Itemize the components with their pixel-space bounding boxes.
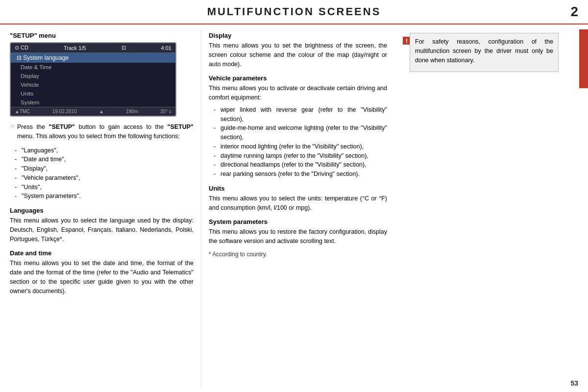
date-time-heading: Date and time: [10, 249, 194, 257]
function-item: "Vehicle parameters",: [15, 173, 194, 183]
display-text: This menu allows you to set the brightne…: [209, 41, 387, 69]
track-label: Track 1/5: [64, 45, 86, 51]
pointer-block: ☞ Press the "SETUP" button to gain acces…: [10, 122, 194, 144]
units-text: This menu allows you to select the units…: [209, 194, 387, 213]
system-params-text: This menu allows you to restore the fact…: [209, 227, 387, 246]
vehicle-param-item: directional headlamps (refer to the "Vis…: [214, 160, 387, 170]
setup-menu-heading: "SETUP" menu: [10, 32, 194, 39]
menu-item-vehicle[interactable]: Vehicle: [11, 80, 175, 89]
date-label: 19.02.2010: [52, 109, 77, 114]
menu-item-date-time[interactable]: Date & Time: [11, 63, 175, 72]
pointer-icon: ☞: [10, 123, 15, 130]
warning-box: For safety reasons, configuration of the…: [410, 33, 559, 72]
header-page-number: 2: [559, 4, 578, 20]
vehicle-param-item: wiper linked with reverse gear (refer to…: [214, 105, 387, 124]
cd-icon: ⊙ CD: [15, 45, 28, 51]
vehicle-param-item: interior mood lighting (refer to the "Vi…: [214, 142, 387, 151]
orange-accent-bar: [579, 29, 588, 88]
vehicle-param-item: guide-me-home and welcome lighting (refe…: [214, 123, 387, 142]
screen-icon2: ⊡: [122, 45, 126, 51]
distance-label: 190m: [126, 109, 138, 114]
function-item: "Date and time",: [15, 155, 194, 164]
right-column: ! For safety reasons, configuration of t…: [394, 29, 578, 387]
function-item: "Languages",: [15, 146, 194, 155]
page-header: MULTIFUNCTION SCREENS 2: [0, 0, 588, 24]
menu-item-system[interactable]: System: [11, 98, 175, 107]
main-content: "SETUP" menu ⊙ CD Track 1/5 ⊡ 4:01 ⊟ Sys…: [0, 24, 588, 387]
languages-heading: Languages: [10, 207, 194, 214]
setup-intro-text: Press the "SETUP" button to gain access …: [17, 122, 194, 141]
warning-text: For safety reasons, configuration of the…: [415, 37, 553, 65]
warning-container: ! For safety reasons, configuration of t…: [410, 33, 559, 72]
display-heading: Display: [209, 32, 387, 39]
vehicle-params-list: wiper linked with reverse gear (refer to…: [214, 105, 387, 179]
system-params-heading: System parameters: [209, 218, 387, 225]
function-item: "System parameters".: [15, 192, 194, 201]
footnote: * According to country.: [209, 250, 387, 259]
header-title: MULTIFUNCTION SCREENS: [29, 5, 559, 18]
vehicle-params-heading: Vehicle parameters: [209, 74, 387, 82]
tmc-label: ▲TMC: [15, 109, 30, 114]
menu-item-units[interactable]: Units: [11, 89, 175, 98]
temp-label: 20° c: [160, 109, 172, 114]
units-heading: Units: [209, 185, 387, 192]
date-time-text: This menu allows you to set the date and…: [10, 259, 194, 295]
screen-top-bar: ⊙ CD Track 1/5 ⊡ 4:01: [11, 43, 175, 53]
functions-list: "Languages", "Date and time", "Display",…: [15, 146, 194, 201]
arrow-icon: ▲: [99, 109, 104, 114]
page-number-bottom: 53: [570, 379, 578, 387]
menu-item-display[interactable]: Display: [11, 72, 175, 80]
languages-text: This menu allows you to select the langu…: [10, 216, 194, 244]
function-item: "Display",: [15, 164, 194, 173]
screen-mockup: ⊙ CD Track 1/5 ⊡ 4:01 ⊟ System language …: [10, 42, 176, 117]
time-display: 4:01: [161, 45, 172, 51]
screen-bottom-bar: ▲TMC 19.02.2010 ▲ 190m 20° c: [11, 107, 175, 116]
mid-column: Display This menu allows you to set the …: [201, 29, 394, 387]
left-column: "SETUP" menu ⊙ CD Track 1/5 ⊡ 4:01 ⊟ Sys…: [0, 29, 201, 387]
function-item: "Units",: [15, 183, 194, 192]
vehicle-param-item: daytime running lamps (refer to the "Vis…: [214, 151, 387, 161]
vehicle-param-item: rear parking sensors (refer to the "Driv…: [214, 170, 387, 179]
menu-item-system-language[interactable]: ⊟ System language: [11, 53, 175, 63]
vehicle-params-text: This menu allows you to activate or deac…: [209, 84, 387, 102]
